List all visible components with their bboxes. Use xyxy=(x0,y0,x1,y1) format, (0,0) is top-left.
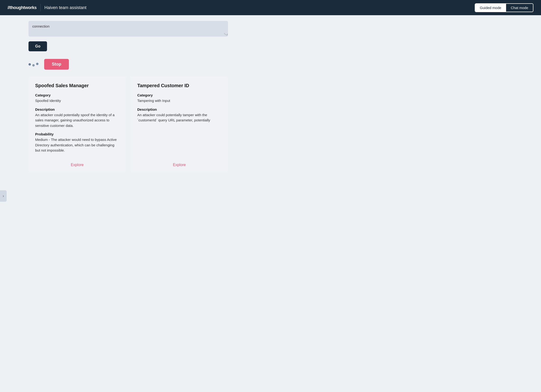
card-1-category-label: Category xyxy=(35,93,119,97)
card-1-explore-button[interactable]: Explore xyxy=(71,163,83,167)
logo: //thoughtworks xyxy=(8,5,36,10)
loading-indicator xyxy=(28,63,38,66)
cards-grid: Spoofed Sales Manager Category Spoofed I… xyxy=(28,76,228,172)
guided-mode-button[interactable]: Guided mode xyxy=(475,4,506,12)
resize-handle-icon: ⤡ xyxy=(224,32,227,36)
query-input[interactable]: connection xyxy=(28,21,228,36)
app-title: Haiven team assistant xyxy=(44,5,86,10)
app-header: //thoughtworks Haiven team assistant Gui… xyxy=(0,0,541,15)
card-spoofed-sales-manager: Spoofed Sales Manager Category Spoofed I… xyxy=(28,76,126,172)
chat-mode-button[interactable]: Chat mode xyxy=(506,4,533,12)
go-button[interactable]: Go xyxy=(28,41,47,51)
card-1-description-label: Description xyxy=(35,107,119,111)
header-divider xyxy=(40,4,41,11)
logo-text: /thoughtworks xyxy=(9,5,37,10)
card-2-inner: Tampered Customer ID Category Tampering … xyxy=(137,83,221,157)
card-1-probability-label: Probability xyxy=(35,132,119,136)
loading-row: Stop xyxy=(28,59,228,70)
card-2-explore-button[interactable]: Explore xyxy=(173,163,186,167)
card-2-footer: Explore xyxy=(137,159,221,167)
card-2-description-value: An attacker could potentially tamper wit… xyxy=(137,112,221,123)
header-left: //thoughtworks Haiven team assistant xyxy=(8,4,86,11)
card-tampered-customer-id: Tampered Customer ID Category Tampering … xyxy=(131,76,228,172)
card-2-category-value: Tampering with Input xyxy=(137,98,221,104)
mode-switcher: Guided mode Chat mode xyxy=(475,3,533,12)
card-1-category-value: Spoofed Identity xyxy=(35,98,119,104)
loading-dot-2 xyxy=(32,64,35,67)
input-area: connection ⤡ xyxy=(28,21,228,37)
loading-dot-3 xyxy=(36,63,38,65)
main-content: connection ⤡ Go Stop Spoofed Sales Manag… xyxy=(0,15,238,181)
card-1-footer: Explore xyxy=(35,159,119,167)
sidebar-toggle-button[interactable]: › xyxy=(0,190,7,202)
card-1-probability-value: Medium - The attacker would need to bypa… xyxy=(35,137,119,153)
card-2-title: Tampered Customer ID xyxy=(137,83,221,88)
card-1-description-value: An attacker could potentially spoof the … xyxy=(35,112,119,129)
chevron-right-icon: › xyxy=(3,194,4,198)
loading-dot-1 xyxy=(28,63,31,66)
card-1-title: Spoofed Sales Manager xyxy=(35,83,119,88)
card-1-inner: Spoofed Sales Manager Category Spoofed I… xyxy=(35,83,119,157)
stop-button[interactable]: Stop xyxy=(44,59,69,70)
card-2-description-label: Description xyxy=(137,107,221,111)
card-2-category-label: Category xyxy=(137,93,221,97)
